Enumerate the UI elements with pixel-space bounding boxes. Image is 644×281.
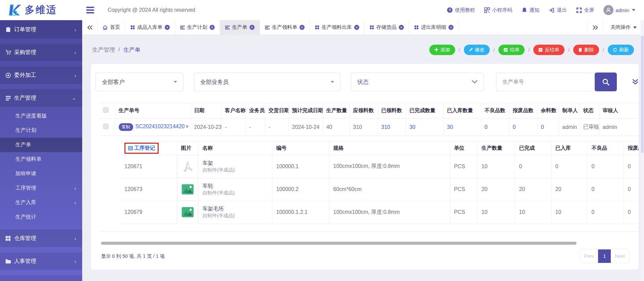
notifications-link[interactable]: 通知 [522,7,539,13]
copy-badge[interactable]: 复制 [119,123,133,131]
reopen-order-button[interactable]: 反结单 [533,45,565,55]
subcell-qty: 10 [477,201,515,224]
sidebar-item-hr[interactable]: 人事管理 › [0,252,82,270]
tab-production-plan[interactable]: 生产计划 ✕ [175,20,220,35]
fullscreen-link[interactable]: 全屏 [576,7,594,13]
add-button[interactable]: 添加 [429,45,455,55]
cell-required-material: 310 [350,119,378,136]
collapse-row-icon[interactable]: » [185,125,191,128]
tabs-scroll-left-button[interactable] [82,20,98,35]
logout-link[interactable]: 退出 [549,7,567,13]
sidebar-subitem-overtime-request[interactable]: 加班申请 [0,167,82,181]
prev-page-button[interactable]: Prev [580,249,598,263]
home-icon [103,25,108,30]
sidebar-item-warehouse[interactable]: 仓库管理 › [0,230,82,247]
tab-home[interactable]: 首页 [98,20,125,35]
defect-link[interactable]: 0 [485,124,488,130]
current-page-button[interactable]: 1 [598,249,611,263]
bell-icon [522,7,527,13]
tutorial-link[interactable]: ? 使用教程 [447,7,475,13]
edit-button[interactable]: 修改 [464,45,490,55]
sidebar-subitem-progress-board[interactable]: 生产进度看版 [0,109,82,123]
subcell-scrap: 0 [624,178,639,201]
subcell-defect: 0 [587,178,624,201]
username-label: admin [615,7,629,13]
order-no-input[interactable] [496,73,596,91]
app-window: 多维适 Copyright @ 2024 All rights reserved… [0,0,644,281]
stored-link[interactable]: 30 [447,124,453,130]
close-icon[interactable]: ✕ [354,25,359,30]
next-page-button[interactable]: Next [611,249,629,263]
sidebar-subitem-production-order[interactable]: 生产单 [0,138,82,152]
sidebar-item-production[interactable]: 生产管理 ⌄ [0,89,82,107]
row-checkbox[interactable] [103,124,109,129]
surplus-link[interactable]: 0 [541,124,544,130]
filter-expand-toggle[interactable] [632,79,639,85]
sidebar-item-finance[interactable]: ¥ 财务管理 › [0,275,82,281]
trash-icon [578,48,582,52]
product-sub-table: 工序登记 图片 名称 编号 规格 单位 生产数量 [120,141,639,224]
sidebar-item-orders[interactable]: 订单管理 › [0,21,82,38]
refresh-button[interactable]: 刷新 [608,45,634,55]
user-menu[interactable]: admin [603,5,635,15]
hamburger-menu-icon[interactable] [86,7,94,13]
search-button[interactable] [595,73,617,91]
product-sketch-image[interactable] [181,159,194,174]
close-icon[interactable]: ✕ [448,25,453,30]
product-photo-image[interactable] [181,205,194,219]
tab-material-requisition[interactable]: 生产领料单 ✕ [260,20,310,35]
close-icon[interactable]: ✕ [165,25,170,30]
sidebar-item-outsourcing[interactable]: 委外加工 › [0,66,82,84]
sidebar-subitem-material-requisition[interactable]: 生产领料单 [0,152,82,167]
product-type: 自制件(半成品) [203,167,268,174]
logo[interactable]: 多维适 [0,0,82,20]
tab-inout-detail[interactable]: 进出库明细 ✕ [409,20,459,35]
select-all-checkbox[interactable] [103,107,109,113]
col-defect: 不良品数 [481,103,509,119]
production-icon [5,96,14,101]
vertical-scrollbar[interactable] [641,36,644,153]
salesman-select[interactable]: 全部业务员 [194,73,340,91]
top-menu: ? 使用教程 小程序码 通知 [447,5,644,15]
order-no-link[interactable]: SC20241023214420 [136,124,185,129]
sidebar-subitem-production-plan[interactable]: 生产计划 [0,123,82,138]
horizontal-scrollbar[interactable] [101,242,577,245]
tabs-scroll-right-button[interactable] [587,20,603,35]
sidebar-item-purchase[interactable]: 采购管理 › [0,44,82,61]
tab-material-outbound[interactable]: 生产领料出库 ✕ [310,20,365,35]
miniprogram-link[interactable]: 小程序码 [484,7,512,13]
received-material-link[interactable]: 310 [381,124,390,130]
delete-button[interactable]: 删除 [573,45,599,55]
product-photo-image[interactable] [181,183,194,196]
sidebar-subitem-production-stats[interactable]: 生产统计 [0,210,82,224]
subcell-unit: PCS [450,155,477,178]
breadcrumb-section[interactable]: 生产管理 [92,46,115,54]
process-register-link[interactable]: 工序登记 [128,145,155,152]
status-badge: 已审核 [580,119,599,136]
close-order-button[interactable]: 结单 [498,45,525,55]
completed-link[interactable]: 30 [410,124,416,130]
customer-select[interactable]: 全部客户 [96,73,183,91]
scrap-link[interactable]: 0 [513,124,516,130]
close-icon[interactable]: ✕ [399,25,404,30]
tab-label: 成品入库单 [137,24,162,31]
tab-finished-goods-inbound[interactable]: 成品入库单 ✕ [125,20,175,35]
page-header-row: 生产管理 / 生产单 添加 / 修改 / 结单 / [92,44,634,56]
close-icon[interactable]: ✕ [300,25,305,30]
status-select[interactable]: 状态 [351,73,484,91]
close-icon[interactable]: ✕ [250,25,255,30]
chevron-down-icon [632,9,635,11]
sidebar-subitem-process-management[interactable]: 工序管理› [0,181,82,195]
sub-table-header-row: 工序登记 图片 名称 编号 规格 单位 生产数量 [120,142,639,155]
search-icon [602,78,609,86]
close-operations-dropdown[interactable]: 关闭操作 [603,20,644,35]
sidebar-subitem-production-inbound[interactable]: 生产入库› [0,195,82,210]
chevron-right-icon: › [74,185,76,191]
subcell-scrap: 0 [624,155,639,178]
col-status: 状态 [580,103,599,119]
tab-stored-goods[interactable]: 存储货品 ✕ [365,20,409,35]
close-icon[interactable]: ✕ [210,25,215,30]
cell-salesman: - [246,119,265,136]
tab-production-order[interactable]: 生产单 ✕ [220,20,260,35]
order-no-search-group [496,73,617,91]
